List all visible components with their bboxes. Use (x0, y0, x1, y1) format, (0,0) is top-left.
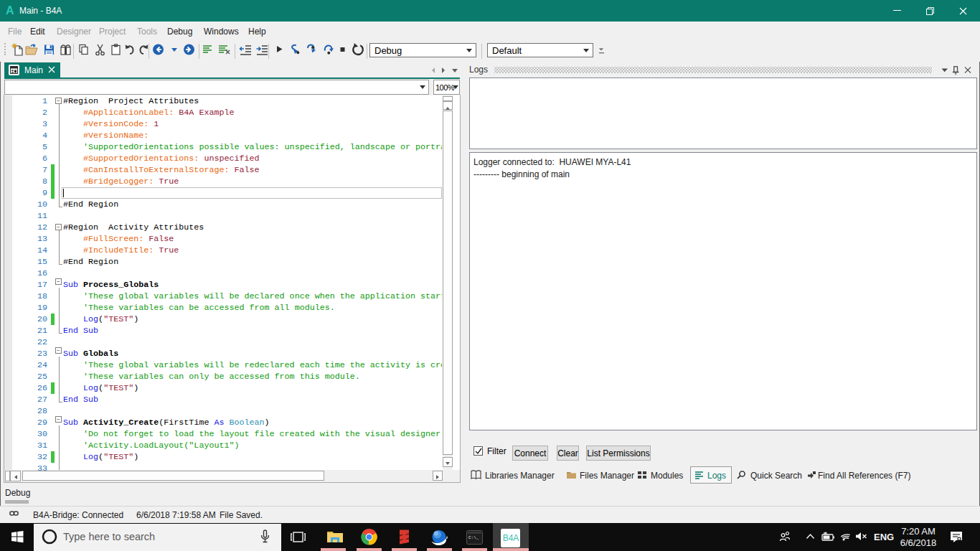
svg-text:C:\_: C:\_ (468, 535, 479, 540)
